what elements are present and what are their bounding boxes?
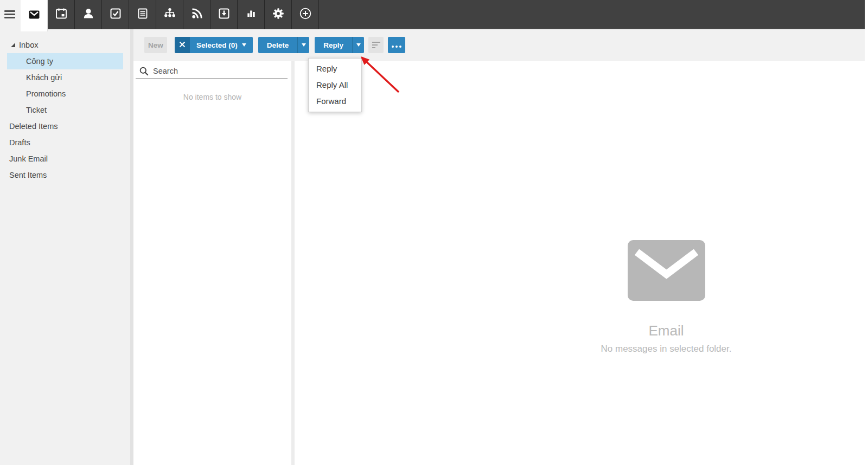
list-empty-message: No items to show — [133, 93, 291, 101]
expand-collapse-icon[interactable] — [11, 43, 15, 47]
folder-sidebar: Inbox Công ty Khách gửi Promotions Ticke… — [0, 29, 130, 465]
add-plus-icon — [298, 7, 312, 23]
sort-lines-icon — [372, 41, 380, 49]
sidebar-item-inbox[interactable]: Inbox — [0, 37, 130, 53]
app-tabs — [21, 0, 319, 29]
clear-selection-button[interactable] — [175, 37, 190, 53]
reading-pane-empty-state: Email No messages in selected folder. — [558, 240, 775, 354]
folder-label: Ticket — [26, 106, 47, 114]
search-input[interactable] — [153, 67, 272, 75]
new-button[interactable]: New — [144, 37, 167, 53]
tab-rss[interactable] — [183, 0, 210, 29]
tab-notes[interactable] — [129, 0, 156, 29]
folder-label: Drafts — [9, 138, 30, 147]
bar-chart-icon — [244, 7, 258, 23]
sidebar-item-cong-ty[interactable]: Công ty — [0, 53, 130, 69]
folder-label: Promotions — [26, 89, 66, 98]
archive-download-icon — [217, 7, 231, 23]
orgchart-icon — [163, 7, 177, 23]
sidebar-item-khach-gui[interactable]: Khách gửi — [0, 69, 130, 86]
folder-label: Junk Email — [9, 154, 48, 163]
tab-mail[interactable] — [21, 0, 48, 31]
settings-gear-icon — [271, 7, 285, 23]
tasks-checkbox-icon — [108, 7, 123, 23]
selected-count-dropdown-button[interactable]: Selected (0) — [190, 37, 253, 53]
chevron-down-icon — [242, 43, 246, 47]
chevron-down-icon — [356, 43, 361, 47]
folder-label: Deleted Items — [9, 122, 58, 131]
sidebar-item-promotions[interactable]: Promotions — [0, 86, 130, 102]
scrollbar-gutter — [865, 0, 868, 62]
delete-button[interactable]: Delete — [258, 37, 298, 53]
email-app-window: Inbox Công ty Khách gửi Promotions Ticke… — [0, 0, 868, 465]
menu-item-reply-all[interactable]: Reply All — [309, 77, 361, 93]
sort-button[interactable] — [368, 37, 384, 53]
folder-label: Khách gửi — [26, 73, 62, 82]
reading-pane: Email No messages in selected folder. — [295, 61, 868, 465]
reply-button[interactable]: Reply — [315, 37, 352, 53]
sidebar-item-sent-items[interactable]: Sent Items — [0, 167, 130, 183]
reply-button-group: Reply — [315, 37, 364, 53]
search-icon — [139, 67, 149, 76]
notes-document-icon — [136, 7, 150, 23]
mail-icon — [27, 8, 41, 24]
tab-tasks[interactable] — [102, 0, 129, 29]
menu-item-forward[interactable]: Forward — [309, 93, 361, 109]
app-bar — [0, 0, 868, 29]
delete-button-group: Delete — [258, 37, 310, 53]
folder-label: Inbox — [19, 41, 38, 49]
rss-feed-icon — [190, 7, 204, 23]
sidebar-item-drafts[interactable]: Drafts — [0, 134, 130, 151]
tab-stats[interactable] — [238, 0, 265, 29]
empty-state-subtitle: No messages in selected folder. — [558, 344, 775, 354]
sidebar-item-junk-email[interactable]: Junk Email — [0, 151, 130, 167]
search-bar — [136, 63, 288, 79]
contacts-icon — [81, 7, 95, 23]
selection-button-group: Selected (0) — [175, 37, 253, 53]
empty-state-title: Email — [558, 322, 775, 339]
more-actions-button[interactable] — [388, 37, 405, 53]
email-envelope-icon — [628, 240, 705, 301]
mail-toolbar: New Selected (0) Delete — [133, 29, 865, 61]
tab-calendar[interactable] — [48, 0, 75, 29]
folder-label: Công ty — [26, 57, 53, 66]
reply-dropdown-menu: Reply Reply All Forward — [308, 58, 362, 112]
calendar-icon — [54, 7, 68, 23]
tab-settings[interactable] — [265, 0, 292, 29]
close-x-icon — [179, 40, 186, 50]
chevron-down-icon — [302, 43, 306, 47]
hamburger-menu-icon[interactable] — [4, 10, 16, 20]
selected-count-label: Selected (0) — [196, 41, 238, 49]
delete-dropdown-button[interactable] — [297, 37, 309, 53]
tab-archive[interactable] — [210, 0, 238, 29]
tab-contacts[interactable] — [75, 0, 102, 29]
tab-orgchart[interactable] — [156, 0, 183, 29]
folder-label: Sent Items — [9, 171, 47, 179]
tab-add[interactable] — [292, 0, 319, 29]
reply-dropdown-button[interactable] — [352, 37, 364, 53]
menu-item-reply[interactable]: Reply — [309, 61, 361, 77]
sidebar-item-deleted-items[interactable]: Deleted Items — [0, 118, 130, 134]
message-list-panel: No items to show — [133, 61, 291, 465]
ellipsis-icon — [391, 41, 403, 49]
sidebar-item-ticket[interactable]: Ticket — [0, 102, 130, 118]
